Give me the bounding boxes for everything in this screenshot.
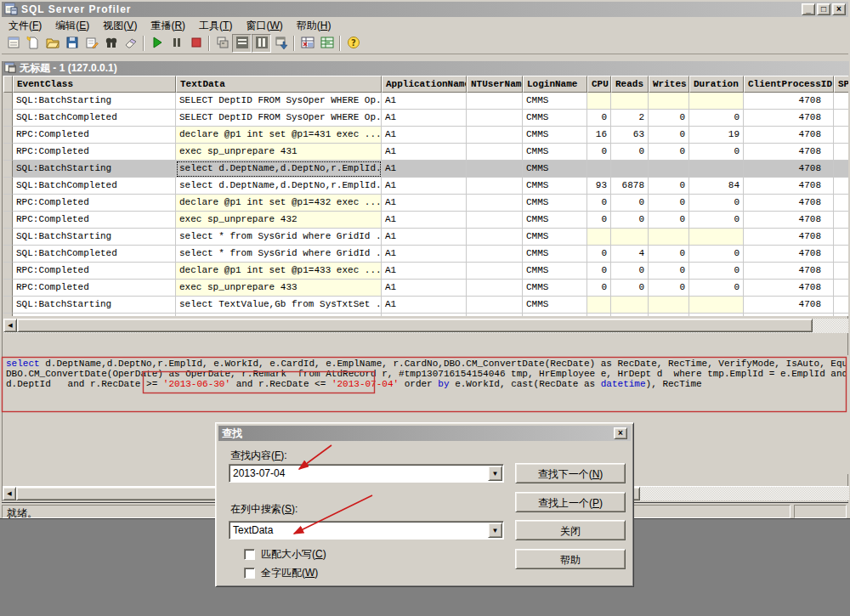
table-row[interactable]: SQL:BatchCompletedselect d.DeptName,d.De…	[3, 178, 848, 195]
menu-item[interactable]: 帮助(H)	[290, 17, 338, 35]
save-trace-button[interactable]	[62, 34, 82, 53]
cell-app: A1	[382, 127, 467, 144]
new-trace-icon	[26, 36, 40, 52]
cell-writes: 0	[649, 212, 689, 229]
close-button[interactable]: ×	[832, 3, 846, 15]
trace-window-titlebar[interactable]: 无标题 - 1 (127.0.0.1)	[3, 61, 849, 76]
cell-login: CMMS	[523, 93, 587, 110]
cell-reads	[611, 297, 649, 314]
column-header-app[interactable]: ApplicationName	[382, 76, 467, 93]
table-row[interactable]: SQL:BatchCompletedSELECT DeptID FROM Sys…	[3, 110, 848, 127]
cell-cpu	[587, 161, 611, 178]
find-previous-button[interactable]: 查找上一个(P)	[515, 492, 626, 512]
table-row[interactable]: RPC:Completedexec sp_unprepare 432A1CMMS…	[3, 212, 848, 229]
find-next-button[interactable]: 查找下一个(N)	[515, 463, 626, 483]
column-header-cpid[interactable]: ClientProcessID	[744, 76, 834, 93]
cell-text: declare @p1 int set @p1=433 exec ...	[176, 263, 382, 280]
column-header-text[interactable]: TextData	[176, 76, 382, 93]
table-row[interactable]: RPC:Completeddeclare @p1 int set @p1=433…	[3, 263, 848, 280]
find-what-combobox[interactable]: 2013-07-04 ▼	[229, 464, 504, 483]
table-row[interactable]: SQL:BatchStartingSELECT DeptID FROM SysO…	[3, 93, 848, 110]
template-button[interactable]	[82, 34, 101, 53]
minimize-button[interactable]: _	[802, 3, 815, 15]
cell-nt	[467, 246, 523, 263]
new-trace-button[interactable]	[23, 34, 42, 53]
cell-dur: 0	[689, 212, 744, 229]
find-what-value[interactable]: 2013-07-04	[230, 465, 487, 482]
column-header-cpu[interactable]: CPU	[587, 76, 611, 93]
trace-properties-button[interactable]	[3, 34, 23, 53]
move-window-button[interactable]	[271, 34, 291, 53]
cell-nt	[467, 297, 523, 314]
cell-gutter	[3, 246, 13, 263]
cell-cpid: 4708	[744, 161, 834, 178]
cell-reads: 0	[611, 212, 649, 229]
find-dialog-titlebar[interactable]: 查找 ×	[218, 426, 631, 441]
group-windows-button[interactable]	[212, 34, 232, 53]
table-row[interactable]: RPC:Completedexec sp_unprepare 431A1CMMS…	[3, 144, 848, 161]
dialog-close-button[interactable]: ×	[614, 427, 627, 439]
menu-item[interactable]: 编辑(E)	[48, 17, 96, 35]
whole-word-option[interactable]: 全字匹配(W)	[244, 566, 318, 580]
column-pane-button[interactable]	[252, 34, 271, 53]
column-header-spid[interactable]: SPI	[834, 76, 848, 93]
grid-horizontal-scrollbar[interactable]: ◀	[3, 319, 848, 333]
table-row[interactable]: SQL:BatchCompletedselect * from SysGrid …	[3, 246, 848, 263]
close-dialog-button[interactable]: 关闭	[515, 520, 626, 540]
help-button[interactable]: 帮助	[515, 549, 626, 569]
menu-item[interactable]: 工具(T)	[192, 17, 239, 35]
column-header-login[interactable]: LoginName	[523, 76, 587, 93]
find-button[interactable]	[101, 34, 121, 53]
cell-spid	[834, 297, 848, 314]
cell-login: CMMS	[523, 127, 587, 144]
scrollbar-thumb[interactable]	[17, 319, 813, 332]
table-row[interactable]: SQL:BatchStartingselect * from SysGrid w…	[3, 229, 848, 246]
table-row[interactable]: SQL:BatchStartingselect TextValue,Gb fro…	[3, 297, 848, 314]
table-row[interactable]: RPC:Completeddeclare @p1 int set @p1=431…	[3, 127, 848, 144]
menu-item[interactable]: 文件(F)	[2, 17, 48, 35]
menu-item[interactable]: 视图(V)	[96, 17, 144, 35]
toolbar: ?	[2, 33, 848, 54]
start-trace-button[interactable]	[147, 34, 167, 53]
table-row[interactable]: SQL:BatchStartingselect d.DeptName,d.Dep…	[3, 161, 848, 178]
cell-spid	[834, 263, 848, 280]
stop-trace-button[interactable]	[186, 34, 206, 53]
cell-cpu: 16	[587, 127, 611, 144]
scroll-left-button[interactable]: ◀	[3, 487, 16, 500]
menu-item[interactable]: 窗口(W)	[239, 17, 289, 35]
grid-header-gutter[interactable]	[3, 76, 13, 93]
grouped-grid-button[interactable]	[317, 34, 337, 53]
column-header-reads[interactable]: Reads	[611, 76, 649, 93]
scroll-left-button[interactable]: ◀	[3, 319, 17, 332]
match-case-option[interactable]: 匹配大小写(C)	[244, 547, 326, 562]
column-header-writes[interactable]: Writes	[649, 76, 689, 93]
help-icon: ?	[347, 36, 360, 52]
menu-item[interactable]: 重播(R)	[144, 17, 192, 35]
maximize-button[interactable]: □	[817, 3, 830, 15]
table-row[interactable]: RPC:Completedexec sp_unprepare 433A1CMMS…	[3, 280, 848, 297]
cell-reads: 0	[611, 280, 649, 297]
pause-trace-button[interactable]	[167, 34, 186, 53]
cell-login: CMMS	[523, 263, 587, 280]
open-trace-button[interactable]	[42, 34, 62, 53]
cell-dur: 0	[689, 246, 744, 263]
match-case-checkbox[interactable]	[244, 549, 255, 560]
cell-writes	[649, 93, 689, 110]
clear-trace-button[interactable]	[121, 34, 140, 53]
table-row[interactable]: RPC:Completeddeclare @p1 int set @p1=432…	[3, 195, 848, 212]
cell-cpid: 4708	[744, 212, 834, 229]
cell-spid	[834, 195, 848, 212]
whole-word-checkbox[interactable]	[244, 568, 255, 579]
help-button[interactable]: ?	[343, 34, 363, 53]
aggregate-grid-button[interactable]	[298, 34, 317, 53]
column-header-event[interactable]: EventClass	[13, 76, 176, 93]
search-column-value[interactable]: TextData	[230, 522, 487, 539]
cell-cpu	[587, 229, 611, 246]
chevron-down-icon[interactable]: ▼	[488, 523, 502, 538]
chevron-down-icon[interactable]: ▼	[488, 466, 502, 481]
column-header-dur[interactable]: Duration	[689, 76, 744, 93]
table-row[interactable]: SQL:BatchCompletedselect TextValue,Gb fr…	[3, 314, 848, 316]
detail-pane-button[interactable]	[232, 34, 252, 53]
search-column-combobox[interactable]: TextData ▼	[229, 521, 504, 540]
column-header-nt[interactable]: NTUserName	[467, 76, 523, 93]
